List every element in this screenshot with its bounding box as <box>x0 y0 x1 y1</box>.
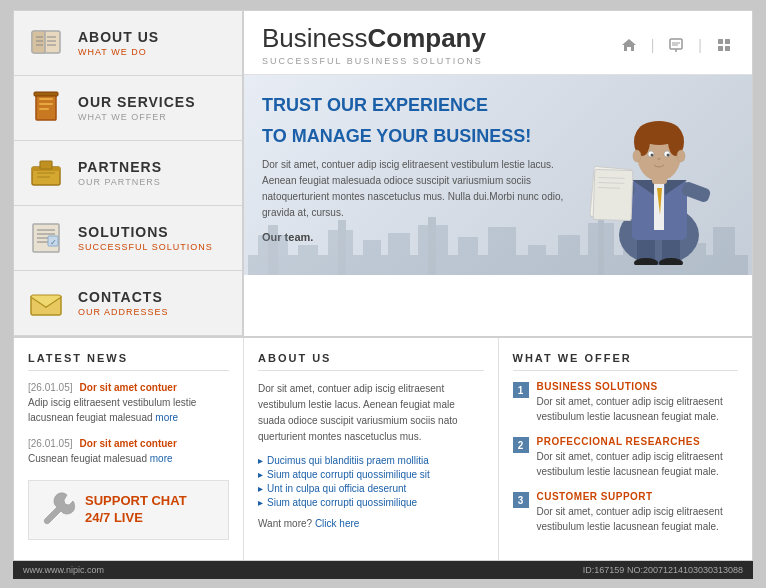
sidebar-item-solutions[interactable]: ✓ SOLUTIONS SUCCESSFUL SOLUTIONS <box>14 206 242 271</box>
sidebar-sub-solutions: SUCCESSFUL SOLUTIONS <box>78 242 213 252</box>
sidebar-sub-contacts: OUR ADDRESSES <box>78 307 169 317</box>
svg-rect-45 <box>488 227 516 275</box>
sidebar-title-contacts: CONTACTS <box>78 289 169 305</box>
svg-rect-41 <box>388 233 410 275</box>
about-link-2: Sium atque corrupti quossimilique sit <box>258 469 484 480</box>
sidebar-sub-partners: OUR PARTNERS <box>78 177 162 187</box>
news-headline-1: Dor sit amet contuer <box>80 382 177 393</box>
sidebar-item-about-us[interactable]: ABOUT US WHAT WE DO <box>14 11 242 76</box>
offer-content-2: PROFECCIONAL RESEARCHES Dor sit amet, co… <box>537 436 739 479</box>
svg-point-79 <box>667 154 670 157</box>
sidebar-title-services: OUR SERVICES <box>78 94 196 110</box>
offer-number-3: 3 <box>513 492 529 508</box>
support-box[interactable]: SUPPORT CHAT 24/7 LIVE <box>28 480 229 540</box>
about-us-col-title: ABOUT US <box>258 352 484 371</box>
svg-rect-40 <box>363 240 381 275</box>
svg-rect-31 <box>725 39 730 44</box>
about-us-col: ABOUT US Dor sit amet, contuer adip isci… <box>244 338 499 560</box>
latest-news-title: LATEST NEWS <box>28 352 229 371</box>
offer-body-1: Dor sit amet, contuer adip iscig elitrae… <box>537 394 739 424</box>
sidebar-item-contacts[interactable]: CONTACTS OUR ADDRESSES <box>14 271 242 336</box>
svg-rect-37 <box>298 245 318 275</box>
svg-rect-32 <box>718 46 723 51</box>
svg-rect-1 <box>32 31 45 53</box>
sidebar-text-about-us: ABOUT US WHAT WE DO <box>78 29 159 57</box>
svg-rect-47 <box>558 235 580 275</box>
brand-title-regular: Business <box>262 23 368 53</box>
header-icons: | | <box>619 35 734 55</box>
news-headline-2: Dor sit amet contuer <box>80 438 177 449</box>
partners-icon <box>24 151 68 195</box>
svg-rect-13 <box>34 92 58 96</box>
contacts-icon <box>24 281 68 325</box>
about-links: Ducimus qui blanditiis praem mollitia Si… <box>258 455 484 508</box>
support-title: SUPPORT CHAT <box>85 493 187 510</box>
sidebar: ABOUT US WHAT WE DO OUR SERVICES <box>13 10 243 337</box>
offer-item-1: 1 BUSINESS SOLUTIONS Dor sit amet, contu… <box>513 381 739 424</box>
about-link-4-anchor[interactable]: Sium atque corrupti quossimilique <box>267 497 417 508</box>
about-link-2-anchor[interactable]: Sium atque corrupti quossimilique sit <box>267 469 430 480</box>
svg-rect-66 <box>593 169 633 220</box>
content-top: BusinessCompany SUCCESSFUL BUSINESS SOLU… <box>243 10 753 337</box>
offer-number-1: 1 <box>513 382 529 398</box>
brand: BusinessCompany SUCCESSFUL BUSINESS SOLU… <box>262 23 486 66</box>
support-text: SUPPORT CHAT 24/7 LIVE <box>85 493 187 527</box>
about-link-1-anchor[interactable]: Ducimus qui blanditiis praem mollitia <box>267 455 429 466</box>
what-we-offer-title: WHAT WE OFFER <box>513 352 739 371</box>
svg-rect-12 <box>39 108 49 110</box>
news-item-1: [26.01.05] Dor sit amet contuer Adip isc… <box>28 381 229 425</box>
news-body-text-2: Cusnean feugiat malesuad <box>28 453 147 464</box>
about-link-3-anchor[interactable]: Unt in culpa qui officia deserunt <box>267 483 406 494</box>
about-us-body: Dor sit amet, contuer adip iscig elitrae… <box>258 381 484 445</box>
svg-rect-33 <box>725 46 730 51</box>
grid-icon[interactable] <box>714 35 734 55</box>
brand-title: BusinessCompany <box>262 23 486 54</box>
news-more-2[interactable]: more <box>150 453 173 464</box>
sidebar-item-services[interactable]: OUR SERVICES WHAT WE OFFER <box>14 76 242 141</box>
want-more-text: Want more? <box>258 518 312 529</box>
svg-rect-43 <box>428 217 436 275</box>
header-bar: BusinessCompany SUCCESSFUL BUSINESS SOLU… <box>244 11 752 75</box>
sidebar-item-partners[interactable]: PARTNERS OUR PARTNERS <box>14 141 242 206</box>
home-icon[interactable] <box>619 35 639 55</box>
sidebar-title-partners: PARTNERS <box>78 159 162 175</box>
about-link-1: Ducimus qui blanditiis praem mollitia <box>258 455 484 466</box>
brand-title-bold: Company <box>368 23 486 53</box>
sidebar-sub-about-us: WHAT WE DO <box>78 47 159 57</box>
svg-rect-16 <box>40 161 52 169</box>
news-body-1: Adip iscig elitraesent vestibulum lestie… <box>28 395 229 425</box>
news-more-1[interactable]: more <box>155 412 178 423</box>
bottom-area: LATEST NEWS [26.01.05] Dor sit amet cont… <box>13 337 753 561</box>
offer-item-3: 3 CUSTOMER SUPPORT Dor sit amet, contuer… <box>513 491 739 534</box>
want-more: Want more? Click here <box>258 518 484 529</box>
svg-point-80 <box>633 150 641 162</box>
offer-number-2: 2 <box>513 437 529 453</box>
click-here-link[interactable]: Click here <box>315 518 359 529</box>
hero-body: Dor sit amet, contuer adip iscig elitrae… <box>262 157 572 221</box>
news-body-2: Cusnean feugiat malesuad more <box>28 451 229 466</box>
brand-subtitle: SUCCESSFUL BUSINESS SOLUTIONS <box>262 56 486 66</box>
footer-bar: www.www.nipic.com ID:167159 NO:200712141… <box>13 561 753 579</box>
svg-point-78 <box>651 154 654 157</box>
edit-icon[interactable] <box>666 35 686 55</box>
svg-rect-39 <box>338 220 346 275</box>
svg-text:✓: ✓ <box>50 238 57 247</box>
wrench-icon <box>39 489 75 531</box>
sidebar-text-solutions: SOLUTIONS SUCCESSFUL SOLUTIONS <box>78 224 213 252</box>
sidebar-sub-services: WHAT WE OFFER <box>78 112 196 122</box>
about-link-3: Unt in culpa qui officia deserunt <box>258 483 484 494</box>
about-us-icon <box>24 21 68 65</box>
svg-rect-46 <box>528 245 546 275</box>
footer-right: ID:167159 NO:20071214103030313088 <box>583 565 743 575</box>
offer-title-2: PROFECCIONAL RESEARCHES <box>537 436 739 447</box>
offer-body-3: Dor sit amet, contuer adip iscig elitrae… <box>537 504 739 534</box>
svg-rect-30 <box>718 39 723 44</box>
svg-rect-26 <box>670 39 682 49</box>
solutions-icon: ✓ <box>24 216 68 260</box>
news-item-2: [26.01.05] Dor sit amet contuer Cusnean … <box>28 437 229 466</box>
sidebar-title-about-us: ABOUT US <box>78 29 159 45</box>
news-date-2: [26.01.05] <box>28 438 72 449</box>
support-subtitle: 24/7 LIVE <box>85 510 187 527</box>
svg-rect-11 <box>39 103 53 105</box>
offer-title-3: CUSTOMER SUPPORT <box>537 491 739 502</box>
